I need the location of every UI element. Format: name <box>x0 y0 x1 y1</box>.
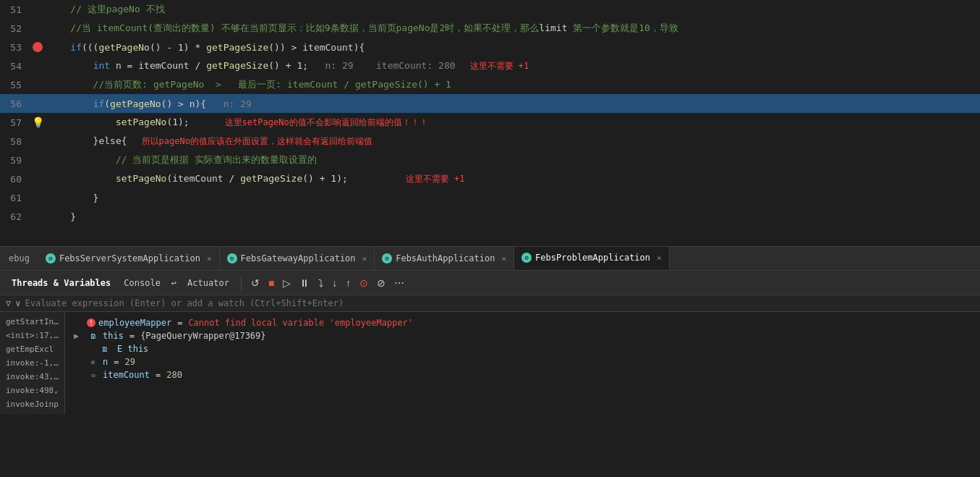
field-icon-n: 𝒏 <box>87 358 100 366</box>
var-row-this: ▶ 🗎 this = {PageQueryWrapper@17369} <box>74 329 971 342</box>
line-content: //当前页数: getPageNo > 最后一页: itemCount / ge… <box>45 78 980 91</box>
var-row-n: 𝒏 n = 29 <box>74 355 971 368</box>
tab-icon-server: ⚙ <box>46 253 56 263</box>
code-line-59: 59 // 当前页是根据 实际查询出来的数量取设置的 <box>0 151 980 169</box>
code-line-55: 55 //当前页数: getPageNo > 最后一页: itemCount /… <box>0 75 980 94</box>
var-equals-employee: = <box>177 318 182 328</box>
close-tab-auth[interactable]: × <box>501 254 506 263</box>
var-name-this-sub: E this <box>117 344 148 354</box>
close-tab-server[interactable]: × <box>207 254 212 263</box>
step-out-button[interactable]: ↑ <box>342 275 354 291</box>
line-content: //当 itemCount(查询出的数量) 不够在当前页显示：比如9条数据，当前… <box>45 22 980 35</box>
debug-tabs-bar: ebug ⚙ FebsServerSystemApplication × ⚙ F… <box>0 246 980 271</box>
bulb-icon: 💡 <box>32 117 44 128</box>
restart-button[interactable]: ↺ <box>247 275 263 291</box>
error-icon-employee: ! <box>87 318 95 327</box>
line-content: }else{所以pageNo的值应该在外面设置，这样就会有返回给前端值 <box>45 135 980 148</box>
call-stack-panel: getStartInde <init>:17, P getEmpExcl inv… <box>0 312 65 414</box>
line-content: if(((getPageNo() - 1) * getPageSize()) >… <box>45 42 980 53</box>
resume-button[interactable]: ▷ <box>279 275 294 291</box>
line-number: 56 <box>0 98 30 109</box>
var-value-this: {PageQueryWrapper@17369} <box>140 331 265 341</box>
variables-panel: getStartInde <init>:17, P getEmpExcl inv… <box>0 312 980 414</box>
actuator-tab[interactable]: Actuator <box>182 277 235 290</box>
step-into-button[interactable]: ↓ <box>328 275 341 291</box>
tab-label-problem: FebsProblemApplication <box>535 253 650 263</box>
console-tab[interactable]: Console <box>118 277 166 290</box>
toolbar-actions-section: ↺ ■ ▷ ⏸ ⤵ ↓ ↑ ⊙ ⊘ ⋯ <box>247 275 408 291</box>
line-content: } <box>45 193 980 203</box>
stack-item-2[interactable]: getEmpExcl <box>0 342 64 356</box>
expand-arrow-this[interactable]: ▶ <box>74 331 84 341</box>
tab-icon-gateway: ⚙ <box>227 253 237 263</box>
line-number: 54 <box>0 61 30 72</box>
line-number: 58 <box>0 136 30 147</box>
stack-item-4[interactable]: invoke:43, D <box>0 370 64 384</box>
threads-variables-tab[interactable]: Threads & Variables <box>6 277 116 290</box>
toolbar-separator <box>241 276 242 290</box>
tab-febs-gateway[interactable]: ⚙ FebsGatewayApplication × <box>220 247 375 270</box>
stack-item-3[interactable]: invoke:-1, G <box>0 356 64 370</box>
var-value-n: 29 <box>124 357 135 367</box>
line-content: setPageNo(itemCount / getPageSize() + 1)… <box>45 173 980 185</box>
line-content: setPageNo(1); 这里setPageNo的值不会影响返回给前端的值！！… <box>45 117 980 129</box>
back-icon[interactable]: ↩ <box>168 276 180 290</box>
var-name-this: this <box>103 331 124 341</box>
tab-febs-problem[interactable]: ⚙ FebsProblemApplication × <box>514 247 670 270</box>
line-content: // 这里pageNo 不找 <box>45 3 980 16</box>
var-equals-item-count: = <box>155 370 161 380</box>
var-row-this-sub: 🗎 E this <box>74 342 971 355</box>
pause-button[interactable]: ⏸ <box>296 275 313 291</box>
line-gutter: 💡 <box>30 117 45 128</box>
code-line-53: 53 if(((getPageNo() - 1) * getPageSize()… <box>0 38 980 56</box>
tab-label-gateway: FebsGatewayApplication <box>241 253 356 263</box>
toolbar-tabs-section: Threads & Variables Console ↩ Actuator <box>6 276 235 290</box>
var-row-employee-mapper: ! employeeMapper = Cannot find local var… <box>74 316 971 329</box>
tab-icon-problem: ⚙ <box>521 253 532 263</box>
close-tab-problem[interactable]: × <box>657 253 662 263</box>
tab-icon-auth: ⚙ <box>382 253 392 263</box>
line-number: 57 <box>0 117 30 128</box>
filter-icon: ▽ <box>6 298 11 308</box>
annotation-58: 所以pageNo的值应该在外面设置，这样就会有返回给前端值 <box>142 136 372 146</box>
breakpoint-dot[interactable] <box>33 42 43 52</box>
watch-variables-panel: ! employeeMapper = Cannot find local var… <box>65 312 980 414</box>
stack-item-1[interactable]: <init>:17, P <box>0 329 64 342</box>
line-number: 62 <box>0 211 30 222</box>
var-value-employee: Cannot find local variable 'employeeMapp… <box>188 318 413 328</box>
stack-item-0[interactable]: getStartInde <box>0 315 64 329</box>
run-to-cursor-button[interactable]: ⊙ <box>356 275 372 291</box>
code-line-52: 52 //当 itemCount(查询出的数量) 不够在当前页显示：比如9条数据… <box>0 19 980 38</box>
annotation-57: 这里setPageNo的值不会影响返回给前端的值！！！ <box>204 117 428 127</box>
tab-label-server: FebsServerSystemApplication <box>59 253 200 263</box>
dropdown-icon[interactable]: ∨ <box>15 298 20 308</box>
stack-item-5[interactable]: invoke:498, <box>0 384 64 397</box>
line-number: 61 <box>0 193 30 203</box>
line-content: int n = itemCount / getPageSize() + 1; n… <box>45 60 980 72</box>
stack-item-6[interactable]: invokeJoinp <box>0 397 64 411</box>
tab-febs-auth[interactable]: ⚙ FebsAuthApplication × <box>375 247 514 270</box>
line-number: 60 <box>0 174 30 185</box>
var-name-employee: employeeMapper <box>98 318 171 328</box>
code-line-57: 57 💡 setPageNo(1); 这里setPageNo的值不会影响返回给前… <box>0 113 980 132</box>
debug-label: ebug <box>0 247 38 270</box>
var-name-n: n <box>103 357 108 367</box>
code-line-58: 58 }else{所以pageNo的值应该在外面设置，这样就会有返回给前端值 <box>0 132 980 151</box>
more-options-button[interactable]: ⋯ <box>391 275 408 291</box>
code-line-62: 62 } <box>0 207 980 226</box>
evaluate-button[interactable]: ⊘ <box>373 275 389 291</box>
line-number: 55 <box>0 80 30 90</box>
debug-toolbar: Threads & Variables Console ↩ Actuator ↺… <box>0 271 980 295</box>
line-gutter <box>30 42 45 52</box>
code-line-60: 60 setPageNo(itemCount / getPageSize() +… <box>0 169 980 188</box>
stop-button[interactable]: ■ <box>265 275 278 291</box>
code-line-54: 54 int n = itemCount / getPageSize() + 1… <box>0 56 980 75</box>
eval-input[interactable] <box>25 298 974 308</box>
code-line-56: 56 if(getPageNo() > n){ n: 29 <box>0 94 980 113</box>
var-value-item-count: 280 <box>166 370 182 380</box>
var-name-item-count: itemCount <box>103 370 150 380</box>
tab-febs-server-system[interactable]: ⚙ FebsServerSystemApplication × <box>38 247 220 270</box>
obj-icon-sub: 🗎 <box>101 345 114 353</box>
close-tab-gateway[interactable]: × <box>362 254 367 263</box>
step-over-button[interactable]: ⤵ <box>315 275 327 291</box>
